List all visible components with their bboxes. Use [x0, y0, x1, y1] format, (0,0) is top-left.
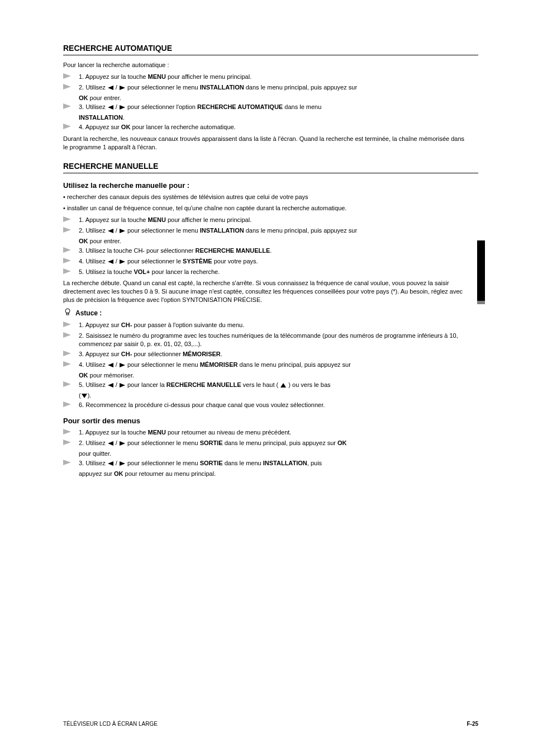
- step-item: 4. Utilisez / pour sélectionner le menu …: [63, 361, 478, 369]
- step-text-continue: pour quitter.: [79, 450, 470, 458]
- chevron-right-icon: [63, 401, 79, 407]
- step-item: 1. Appuyez sur la touche MENU pour affic…: [63, 216, 478, 224]
- svg-marker-36: [108, 461, 113, 466]
- svg-marker-2: [108, 86, 113, 90]
- svg-marker-34: [120, 441, 125, 446]
- divider: [63, 55, 478, 55]
- svg-marker-7: [63, 124, 71, 129]
- step-text: 3. Utilisez / pour sélectionner le menu …: [79, 459, 322, 467]
- svg-marker-19: [63, 322, 71, 327]
- step-item: 2. Utilisez / pour sélectionner le menu …: [63, 226, 478, 235]
- triangle-left-icon: [108, 461, 113, 466]
- svg-rect-18: [66, 313, 69, 315]
- svg-marker-37: [120, 461, 125, 466]
- svg-marker-14: [108, 259, 113, 264]
- step-text: 4. Utilisez / pour sélectionner le SYSTÈ…: [79, 257, 258, 266]
- triangle-right-icon: [120, 229, 125, 233]
- triangle-right-icon: [120, 363, 125, 367]
- svg-marker-9: [63, 227, 71, 233]
- step-text: 1. Appuyez sur la touche MENU pour affic…: [79, 216, 251, 224]
- svg-marker-22: [63, 361, 71, 367]
- section-manual-search: RECHERCHE MANUELLE Utilisez la recherche…: [63, 162, 478, 478]
- chevron-right-icon: [63, 247, 79, 253]
- chevron-right-icon: [63, 123, 79, 129]
- svg-marker-35: [63, 460, 71, 465]
- chevron-right-icon: [63, 257, 79, 263]
- triangle-right-icon: [120, 441, 125, 446]
- step-text: 2. Saisissez le numéro du programme avec…: [79, 332, 470, 348]
- section-title: RECHERCHE MANUELLE: [63, 162, 478, 171]
- tip-label: Astuce :: [75, 309, 102, 317]
- footer-left-text: TÉLÉVISEUR LCD À ÉCRAN LARGE: [63, 721, 158, 727]
- svg-marker-30: [63, 401, 71, 407]
- chevron-right-icon: [63, 428, 79, 434]
- triangle-left-icon: [108, 383, 113, 388]
- outro-text: Durant la recherche, les nouveaux canaux…: [63, 135, 465, 152]
- step-item: 3. Appuyez sur CH- pour sélectionner MÉM…: [63, 350, 478, 358]
- svg-marker-24: [120, 363, 125, 367]
- chevron-right-icon: [63, 268, 79, 274]
- svg-marker-8: [63, 216, 71, 222]
- svg-marker-28: [280, 383, 286, 388]
- svg-marker-31: [63, 429, 71, 434]
- chevron-right-icon: [63, 83, 79, 89]
- chevron-right-icon: [63, 439, 79, 445]
- svg-marker-11: [120, 229, 125, 233]
- chevron-right-icon: [63, 361, 79, 367]
- step-text: 1. Appuyez sur CH- pour passer à l'optio…: [79, 321, 244, 329]
- svg-marker-1: [63, 84, 71, 89]
- step-item: 1. Appuyez sur la touche MENU pour retou…: [63, 428, 478, 437]
- intro-text: Pour lancer la recherche automatique :: [63, 61, 465, 69]
- step-text: 1. Appuyez sur la touche MENU pour affic…: [79, 73, 251, 81]
- svg-marker-26: [108, 383, 113, 388]
- chevron-right-icon: [63, 103, 79, 109]
- chevron-right-icon: [63, 321, 79, 327]
- triangle-down-icon: [82, 394, 87, 398]
- svg-marker-20: [63, 332, 71, 338]
- subsection-title: Utilisez la recherche manuelle pour :: [63, 181, 478, 190]
- step-text-continue: ().: [79, 391, 470, 400]
- step-item: 2. Utilisez / pour sélectionner le menu …: [63, 83, 478, 92]
- svg-marker-25: [63, 381, 71, 387]
- step-item: 5. Utilisez / pour lancer la RECHERCHE M…: [63, 381, 478, 389]
- svg-marker-5: [108, 105, 113, 110]
- triangle-left-icon: [108, 86, 113, 90]
- triangle-left-icon: [108, 441, 113, 446]
- tip-row: Astuce :: [63, 308, 478, 319]
- step-item: 1. Appuyez sur la touche MENU pour affic…: [63, 73, 478, 81]
- step-item: 3. Utilisez / pour sélectionner l'option…: [63, 103, 478, 111]
- svg-marker-12: [63, 247, 71, 253]
- triangle-right-icon: [120, 461, 125, 466]
- chevron-right-icon: [63, 350, 79, 356]
- chevron-right-icon: [63, 381, 79, 387]
- svg-marker-0: [63, 73, 71, 79]
- side-tab-marker-shadow: [477, 301, 485, 304]
- step-text: 3. Utilisez / pour sélectionner l'option…: [79, 103, 321, 111]
- triangle-right-icon: [120, 259, 125, 264]
- svg-marker-32: [63, 440, 71, 445]
- standalone-paragraph: La recherche débute. Quand un canal est …: [63, 279, 465, 304]
- chevron-right-icon: [63, 73, 79, 79]
- sub-line: • rechercher des canaux depuis des systè…: [63, 193, 465, 201]
- step-text: 1. Appuyez sur la touche MENU pour retou…: [79, 428, 291, 437]
- svg-marker-23: [108, 363, 113, 367]
- triangle-up-icon: [280, 383, 286, 388]
- step-item: 3. Utilisez la touche CH- pour sélection…: [63, 247, 478, 255]
- lightbulb-icon: [63, 308, 75, 319]
- step-item: 3. Utilisez / pour sélectionner le menu …: [63, 459, 478, 467]
- step-text: 2. Utilisez / pour sélectionner le menu …: [79, 83, 357, 92]
- step-text: 2. Utilisez / pour sélectionner le menu …: [79, 226, 357, 235]
- step-item: 4. Utilisez / pour sélectionner le SYSTÈ…: [63, 257, 478, 266]
- triangle-left-icon: [108, 363, 113, 367]
- svg-marker-33: [108, 441, 113, 446]
- chevron-right-icon: [63, 332, 79, 338]
- svg-marker-21: [63, 351, 71, 356]
- step-text: 5. Utilisez / pour lancer la RECHERCHE M…: [79, 381, 331, 389]
- step-text-continue: OK pour mémoriser.: [79, 371, 470, 380]
- section-title: RECHERCHE AUTOMATIQUE: [63, 44, 478, 53]
- step-item: 2. Saisissez le numéro du programme avec…: [63, 332, 478, 348]
- step-text-continue: appuyez sur OK pour retourner au menu pr…: [79, 470, 470, 478]
- step-text-continue: OK pour entrer.: [79, 94, 470, 102]
- svg-marker-4: [63, 103, 71, 109]
- triangle-right-icon: [120, 105, 125, 110]
